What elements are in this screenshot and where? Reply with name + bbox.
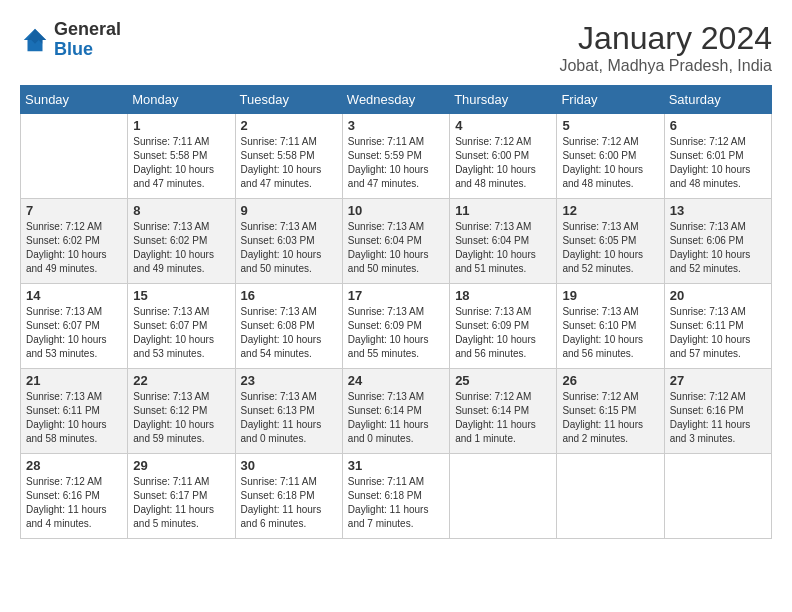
day-number: 21 (26, 373, 122, 388)
day-info: Sunrise: 7:13 AM Sunset: 6:06 PM Dayligh… (670, 220, 766, 276)
day-info: Sunrise: 7:13 AM Sunset: 6:14 PM Dayligh… (348, 390, 444, 446)
day-info: Sunrise: 7:13 AM Sunset: 6:13 PM Dayligh… (241, 390, 337, 446)
month-title: January 2024 (559, 20, 772, 57)
calendar-cell: 5Sunrise: 7:12 AM Sunset: 6:00 PM Daylig… (557, 114, 664, 199)
day-number: 15 (133, 288, 229, 303)
day-info: Sunrise: 7:11 AM Sunset: 6:17 PM Dayligh… (133, 475, 229, 531)
day-info: Sunrise: 7:13 AM Sunset: 6:05 PM Dayligh… (562, 220, 658, 276)
calendar-week-row: 1Sunrise: 7:11 AM Sunset: 5:58 PM Daylig… (21, 114, 772, 199)
day-info: Sunrise: 7:13 AM Sunset: 6:12 PM Dayligh… (133, 390, 229, 446)
day-of-week-header: Sunday (21, 86, 128, 114)
day-of-week-header: Wednesday (342, 86, 449, 114)
calendar-cell (557, 454, 664, 539)
day-number: 18 (455, 288, 551, 303)
page-header: General Blue January 2024 Jobat, Madhya … (20, 20, 772, 75)
day-number: 2 (241, 118, 337, 133)
calendar-cell: 1Sunrise: 7:11 AM Sunset: 5:58 PM Daylig… (128, 114, 235, 199)
day-of-week-header: Friday (557, 86, 664, 114)
day-number: 11 (455, 203, 551, 218)
day-info: Sunrise: 7:13 AM Sunset: 6:08 PM Dayligh… (241, 305, 337, 361)
day-info: Sunrise: 7:13 AM Sunset: 6:09 PM Dayligh… (348, 305, 444, 361)
day-info: Sunrise: 7:13 AM Sunset: 6:07 PM Dayligh… (26, 305, 122, 361)
calendar-cell: 18Sunrise: 7:13 AM Sunset: 6:09 PM Dayli… (450, 284, 557, 369)
location-subtitle: Jobat, Madhya Pradesh, India (559, 57, 772, 75)
calendar-cell: 16Sunrise: 7:13 AM Sunset: 6:08 PM Dayli… (235, 284, 342, 369)
day-info: Sunrise: 7:12 AM Sunset: 6:00 PM Dayligh… (455, 135, 551, 191)
day-number: 6 (670, 118, 766, 133)
day-number: 16 (241, 288, 337, 303)
day-info: Sunrise: 7:13 AM Sunset: 6:07 PM Dayligh… (133, 305, 229, 361)
calendar-cell: 17Sunrise: 7:13 AM Sunset: 6:09 PM Dayli… (342, 284, 449, 369)
calendar-cell: 11Sunrise: 7:13 AM Sunset: 6:04 PM Dayli… (450, 199, 557, 284)
day-info: Sunrise: 7:12 AM Sunset: 6:16 PM Dayligh… (26, 475, 122, 531)
day-info: Sunrise: 7:11 AM Sunset: 5:59 PM Dayligh… (348, 135, 444, 191)
day-number: 26 (562, 373, 658, 388)
calendar-header-row: SundayMondayTuesdayWednesdayThursdayFrid… (21, 86, 772, 114)
day-number: 30 (241, 458, 337, 473)
day-info: Sunrise: 7:12 AM Sunset: 6:16 PM Dayligh… (670, 390, 766, 446)
calendar-cell: 10Sunrise: 7:13 AM Sunset: 6:04 PM Dayli… (342, 199, 449, 284)
day-number: 28 (26, 458, 122, 473)
day-info: Sunrise: 7:12 AM Sunset: 6:00 PM Dayligh… (562, 135, 658, 191)
day-info: Sunrise: 7:12 AM Sunset: 6:02 PM Dayligh… (26, 220, 122, 276)
day-number: 3 (348, 118, 444, 133)
day-info: Sunrise: 7:11 AM Sunset: 6:18 PM Dayligh… (348, 475, 444, 531)
calendar-cell: 31Sunrise: 7:11 AM Sunset: 6:18 PM Dayli… (342, 454, 449, 539)
day-number: 12 (562, 203, 658, 218)
calendar-cell: 7Sunrise: 7:12 AM Sunset: 6:02 PM Daylig… (21, 199, 128, 284)
day-of-week-header: Tuesday (235, 86, 342, 114)
calendar-cell: 23Sunrise: 7:13 AM Sunset: 6:13 PM Dayli… (235, 369, 342, 454)
calendar-week-row: 14Sunrise: 7:13 AM Sunset: 6:07 PM Dayli… (21, 284, 772, 369)
calendar-week-row: 28Sunrise: 7:12 AM Sunset: 6:16 PM Dayli… (21, 454, 772, 539)
logo: General Blue (20, 20, 121, 60)
logo-icon (20, 25, 50, 55)
day-number: 13 (670, 203, 766, 218)
day-number: 24 (348, 373, 444, 388)
day-of-week-header: Saturday (664, 86, 771, 114)
title-block: January 2024 Jobat, Madhya Pradesh, Indi… (559, 20, 772, 75)
day-of-week-header: Thursday (450, 86, 557, 114)
day-number: 5 (562, 118, 658, 133)
calendar-cell: 20Sunrise: 7:13 AM Sunset: 6:11 PM Dayli… (664, 284, 771, 369)
calendar-cell: 14Sunrise: 7:13 AM Sunset: 6:07 PM Dayli… (21, 284, 128, 369)
calendar-cell: 4Sunrise: 7:12 AM Sunset: 6:00 PM Daylig… (450, 114, 557, 199)
calendar-cell: 12Sunrise: 7:13 AM Sunset: 6:05 PM Dayli… (557, 199, 664, 284)
calendar-cell (664, 454, 771, 539)
day-info: Sunrise: 7:11 AM Sunset: 6:18 PM Dayligh… (241, 475, 337, 531)
calendar-cell: 28Sunrise: 7:12 AM Sunset: 6:16 PM Dayli… (21, 454, 128, 539)
day-number: 20 (670, 288, 766, 303)
day-info: Sunrise: 7:13 AM Sunset: 6:09 PM Dayligh… (455, 305, 551, 361)
day-number: 10 (348, 203, 444, 218)
day-info: Sunrise: 7:12 AM Sunset: 6:15 PM Dayligh… (562, 390, 658, 446)
calendar-week-row: 21Sunrise: 7:13 AM Sunset: 6:11 PM Dayli… (21, 369, 772, 454)
calendar-cell: 19Sunrise: 7:13 AM Sunset: 6:10 PM Dayli… (557, 284, 664, 369)
day-info: Sunrise: 7:13 AM Sunset: 6:10 PM Dayligh… (562, 305, 658, 361)
calendar-cell: 25Sunrise: 7:12 AM Sunset: 6:14 PM Dayli… (450, 369, 557, 454)
calendar-cell: 30Sunrise: 7:11 AM Sunset: 6:18 PM Dayli… (235, 454, 342, 539)
day-number: 4 (455, 118, 551, 133)
day-number: 14 (26, 288, 122, 303)
calendar-cell: 21Sunrise: 7:13 AM Sunset: 6:11 PM Dayli… (21, 369, 128, 454)
calendar-cell: 26Sunrise: 7:12 AM Sunset: 6:15 PM Dayli… (557, 369, 664, 454)
day-info: Sunrise: 7:12 AM Sunset: 6:14 PM Dayligh… (455, 390, 551, 446)
calendar-table: SundayMondayTuesdayWednesdayThursdayFrid… (20, 85, 772, 539)
calendar-cell: 6Sunrise: 7:12 AM Sunset: 6:01 PM Daylig… (664, 114, 771, 199)
calendar-cell: 9Sunrise: 7:13 AM Sunset: 6:03 PM Daylig… (235, 199, 342, 284)
calendar-cell (21, 114, 128, 199)
calendar-cell: 27Sunrise: 7:12 AM Sunset: 6:16 PM Dayli… (664, 369, 771, 454)
day-number: 9 (241, 203, 337, 218)
day-info: Sunrise: 7:13 AM Sunset: 6:11 PM Dayligh… (26, 390, 122, 446)
day-number: 1 (133, 118, 229, 133)
day-number: 25 (455, 373, 551, 388)
calendar-cell: 8Sunrise: 7:13 AM Sunset: 6:02 PM Daylig… (128, 199, 235, 284)
day-number: 19 (562, 288, 658, 303)
day-info: Sunrise: 7:13 AM Sunset: 6:02 PM Dayligh… (133, 220, 229, 276)
day-number: 27 (670, 373, 766, 388)
calendar-cell: 29Sunrise: 7:11 AM Sunset: 6:17 PM Dayli… (128, 454, 235, 539)
day-number: 23 (241, 373, 337, 388)
day-info: Sunrise: 7:11 AM Sunset: 5:58 PM Dayligh… (133, 135, 229, 191)
calendar-cell: 22Sunrise: 7:13 AM Sunset: 6:12 PM Dayli… (128, 369, 235, 454)
day-number: 22 (133, 373, 229, 388)
day-number: 7 (26, 203, 122, 218)
calendar-cell: 3Sunrise: 7:11 AM Sunset: 5:59 PM Daylig… (342, 114, 449, 199)
